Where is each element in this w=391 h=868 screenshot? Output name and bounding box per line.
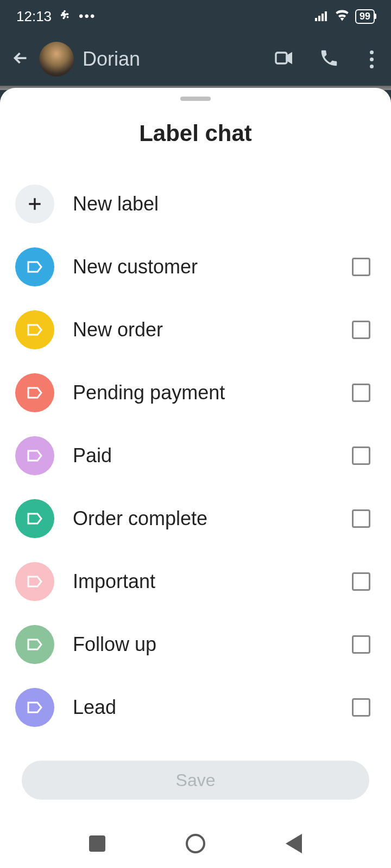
tag-icon xyxy=(15,688,54,727)
label-row[interactable]: Order complete xyxy=(15,487,376,550)
label-row[interactable]: New order xyxy=(15,298,376,361)
svg-rect-3 xyxy=(325,11,327,21)
label-name: Follow up xyxy=(73,633,333,656)
clock: 12:13 xyxy=(16,8,52,25)
battery-icon: 99 xyxy=(355,9,375,24)
label-sheet: Label chat New label New customerNew ord… xyxy=(0,88,391,819)
tag-icon xyxy=(15,499,54,538)
avatar[interactable] xyxy=(39,42,74,76)
label-checkbox[interactable] xyxy=(352,321,370,339)
more-menu-icon[interactable] xyxy=(363,50,380,68)
label-checkbox[interactable] xyxy=(352,635,370,654)
label-name: Order complete xyxy=(73,507,333,530)
notification-dots-icon: ••• xyxy=(79,9,96,24)
svg-rect-2 xyxy=(321,14,324,21)
label-checkbox[interactable] xyxy=(352,384,370,402)
label-row[interactable]: Lead xyxy=(15,676,376,739)
chat-header: Dorian xyxy=(0,33,391,86)
recents-icon[interactable] xyxy=(89,835,105,852)
label-row[interactable]: Pending payment xyxy=(15,361,376,424)
voice-call-icon[interactable] xyxy=(319,48,339,71)
label-list: New label New customerNew orderPending p… xyxy=(0,173,391,746)
tag-icon xyxy=(15,310,54,349)
tag-icon xyxy=(15,373,54,412)
video-call-icon[interactable] xyxy=(273,47,295,71)
status-right: 99 xyxy=(315,8,375,25)
plus-icon xyxy=(15,184,54,224)
wifi-icon xyxy=(335,8,350,25)
label-row[interactable]: Paid xyxy=(15,424,376,487)
back-arrow-icon[interactable] xyxy=(11,48,30,70)
back-icon[interactable] xyxy=(286,834,302,853)
android-nav-bar xyxy=(0,819,391,868)
status-bar: 12:13 ••• 99 xyxy=(0,0,391,33)
save-button[interactable]: Save xyxy=(22,761,369,800)
drag-handle[interactable] xyxy=(180,97,211,101)
slack-icon xyxy=(59,9,71,24)
label-checkbox[interactable] xyxy=(352,258,370,276)
tag-icon xyxy=(15,247,54,286)
label-checkbox[interactable] xyxy=(352,446,370,465)
sheet-title: Label chat xyxy=(0,120,391,146)
signal-icon xyxy=(315,8,329,25)
home-icon[interactable] xyxy=(186,834,205,853)
new-label-row[interactable]: New label xyxy=(15,173,376,235)
label-name: Paid xyxy=(73,444,333,467)
save-row: Save xyxy=(0,746,391,819)
new-label-text: New label xyxy=(73,193,376,215)
tag-icon xyxy=(15,436,54,475)
label-name: New order xyxy=(73,318,333,341)
label-name: Lead xyxy=(73,696,333,719)
tag-icon xyxy=(15,562,54,601)
label-name: Important xyxy=(73,570,333,593)
label-row[interactable]: Follow up xyxy=(15,613,376,676)
status-left: 12:13 ••• xyxy=(16,8,96,25)
svg-rect-1 xyxy=(318,16,320,21)
contact-name[interactable]: Dorian xyxy=(83,48,249,71)
svg-rect-0 xyxy=(315,18,317,21)
label-checkbox[interactable] xyxy=(352,698,370,717)
label-checkbox[interactable] xyxy=(352,572,370,591)
label-name: New customer xyxy=(73,256,333,278)
label-row[interactable]: New customer xyxy=(15,235,376,298)
label-row[interactable]: Important xyxy=(15,550,376,613)
tag-icon xyxy=(15,625,54,664)
label-checkbox[interactable] xyxy=(352,509,370,528)
svg-rect-4 xyxy=(276,53,287,63)
label-name: Pending payment xyxy=(73,381,333,404)
